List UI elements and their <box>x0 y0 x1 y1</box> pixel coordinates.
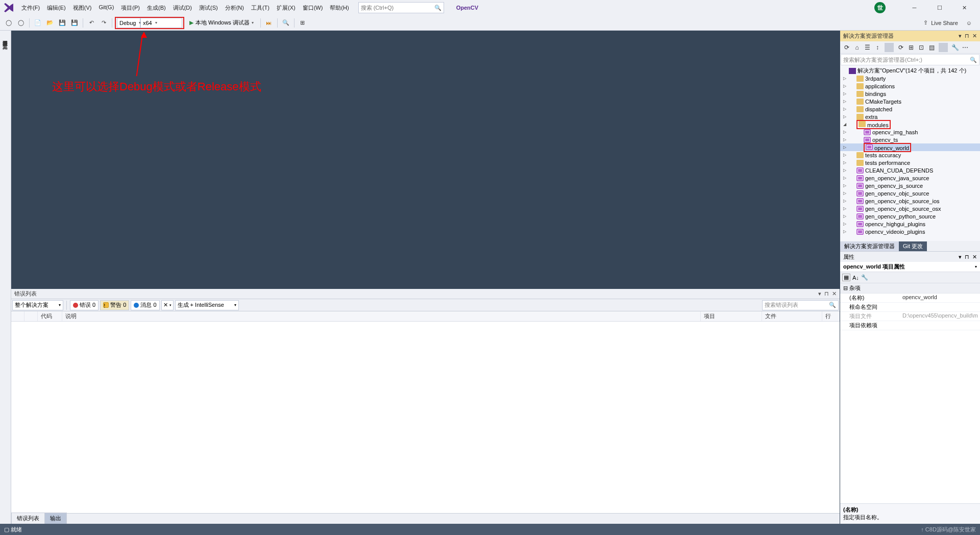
se-close-icon[interactable]: ✕ <box>972 33 977 39</box>
global-search[interactable]: 🔍 <box>358 2 444 13</box>
menu-git[interactable]: Git(G) <box>95 2 117 14</box>
tree-item[interactable]: ▷CLEAN_CUDA_DEPENDS <box>840 166 980 174</box>
col-code[interactable]: 代码 <box>38 311 62 321</box>
live-share-button[interactable]: ⇪ Live Share ☺ <box>918 19 977 26</box>
open-icon[interactable]: 📂 <box>44 17 56 29</box>
tab-solution-explorer[interactable]: 解决方案资源管理器 <box>840 241 899 251</box>
undo-icon[interactable]: ↶ <box>86 17 97 29</box>
tree-item[interactable]: ▷gen_opencv_objc_source_osx <box>840 205 980 212</box>
tree-item[interactable]: ▷gen_opencv_objc_source_ios <box>840 197 980 205</box>
prop-target[interactable]: opencv_world 项目属性▾ <box>840 262 980 272</box>
save-icon[interactable]: 💾 <box>57 17 68 29</box>
menu-analyze[interactable]: 分析(N) <box>222 2 247 14</box>
errors-filter[interactable]: 错误 0 <box>70 300 99 310</box>
warnings-filter[interactable]: !警告 0 <box>100 300 129 310</box>
wrench-icon[interactable]: 🔧 <box>950 43 960 52</box>
col-project[interactable]: 项目 <box>701 311 762 321</box>
menu-window[interactable]: 窗口(W) <box>300 2 326 14</box>
view-icon[interactable]: ▤ <box>927 43 936 52</box>
find-icon[interactable]: 🔍 <box>280 17 291 29</box>
step-icon[interactable]: ⏭ <box>263 17 275 29</box>
menu-view[interactable]: 视图(V) <box>70 2 95 14</box>
home2-icon[interactable]: ⌂ <box>852 43 862 52</box>
prop-row-rootns[interactable]: 根命名空间 <box>840 303 980 312</box>
menu-edit[interactable]: 编辑(E) <box>44 2 69 14</box>
close-panel-icon[interactable]: ✕ <box>832 290 837 297</box>
pin2-icon[interactable]: ⊓ <box>824 290 829 297</box>
clear-filter[interactable]: ✕▾ <box>161 300 174 310</box>
tree-item[interactable]: ▷opencv_videoio_plugins <box>840 228 980 235</box>
tree-item[interactable]: ▷opencv_highgui_plugins <box>840 220 980 228</box>
start-debug-button[interactable]: ▶ 本地 Windows 调试器 ▾ <box>185 17 258 29</box>
messages-filter[interactable]: 消息 0 <box>131 300 159 310</box>
config-combo[interactable]: Debug▾ <box>117 18 140 28</box>
menu-tools[interactable]: 工具(T) <box>248 2 273 14</box>
se-menu-icon[interactable]: ▾ <box>959 33 962 39</box>
tree-folder[interactable]: ▷bindings <box>840 90 980 98</box>
az-icon[interactable]: A↓ <box>852 275 859 281</box>
menu-extensions[interactable]: 扩展(X) <box>274 2 299 14</box>
prop-row-deps[interactable]: 项目依赖项 <box>840 321 980 330</box>
tree-project[interactable]: ▷ opencv_img_hash <box>840 128 980 136</box>
prop-wrench-icon[interactable]: 🔧 <box>861 274 868 281</box>
tree-item[interactable]: ▷gen_opencv_objc_source <box>840 189 980 197</box>
nav-fwd-icon[interactable]: ◯ <box>15 17 27 29</box>
platform-combo[interactable]: x64▾ <box>140 18 182 28</box>
feedback-icon[interactable]: ☺ <box>966 20 972 26</box>
diag-icon[interactable]: ⊞ <box>297 17 308 29</box>
tree-folder[interactable]: ▷dispatched <box>840 105 980 113</box>
maximize-button[interactable]: ☐ <box>928 1 951 15</box>
menu-build[interactable]: 生成(B) <box>144 2 169 14</box>
categorize-icon[interactable]: ▦ <box>842 274 850 281</box>
minimize-button[interactable]: ─ <box>903 1 926 15</box>
menu-test[interactable]: 测试(S) <box>196 2 221 14</box>
col-desc[interactable]: 说明 <box>62 311 701 321</box>
tree-item[interactable]: ▷tests performance <box>840 159 980 166</box>
tree-folder[interactable]: ▷CMakeTargets <box>840 98 980 105</box>
sync-icon[interactable]: ↕ <box>873 43 882 52</box>
showall-icon[interactable]: ⊞ <box>906 43 916 52</box>
source-combo[interactable]: 生成 + IntelliSense▾ <box>175 300 239 310</box>
prop-close-icon[interactable]: ✕ <box>972 254 977 260</box>
se-search[interactable]: 搜索解决方案资源管理器(Ctrl+;)🔍 <box>841 54 979 65</box>
menu-project[interactable]: 项目(P) <box>118 2 143 14</box>
pin-icon[interactable]: ▾ <box>818 290 821 297</box>
user-avatar-icon[interactable]: 世 <box>874 2 886 13</box>
menu-debug[interactable]: 调试(D) <box>170 2 195 14</box>
tree-folder[interactable]: ▷3rdparty <box>840 75 980 82</box>
tree-modules[interactable]: ◢ modules <box>840 120 980 128</box>
scope-combo[interactable]: 整个解决方案▾ <box>12 300 63 310</box>
prop-menu-icon[interactable]: ▾ <box>959 254 962 260</box>
tab-errorlist[interactable]: 错误列表 <box>11 513 45 524</box>
tab-git-changes[interactable]: Git 更改 <box>899 241 927 251</box>
refresh-icon[interactable]: ⟳ <box>896 43 905 52</box>
server-explorer-tab[interactable]: 服务器资源管理器 <box>0 35 9 39</box>
collapse-icon[interactable]: ☰ <box>863 43 872 52</box>
menu-file[interactable]: 文件(F) <box>18 2 43 14</box>
search-input[interactable] <box>361 5 432 11</box>
se-pin-icon[interactable]: ⊓ <box>965 33 969 39</box>
tree-item[interactable]: ▷tests accuracy <box>840 151 980 159</box>
toolbox-tab[interactable]: 工具箱 <box>0 39 9 43</box>
solution-root[interactable]: 解决方案"OpenCV"(142 个项目，共 142 个) <box>840 67 980 75</box>
col-file[interactable]: 文件 <box>762 311 822 321</box>
new-project-icon[interactable]: 📄 <box>32 17 43 29</box>
save-all-icon[interactable]: 💾 <box>69 17 80 29</box>
tree-project[interactable]: ▷ opencv_world <box>840 143 980 151</box>
tab-output[interactable]: 输出 <box>44 513 67 524</box>
error-search[interactable]: 搜索错误列表🔍 <box>762 300 839 310</box>
home-icon[interactable]: ⟳ <box>842 43 851 52</box>
menu-help[interactable]: 帮助(H) <box>327 2 352 14</box>
props-icon[interactable]: ⊡ <box>917 43 926 52</box>
prop-pin-icon[interactable]: ⊓ <box>965 254 969 260</box>
tree-item[interactable]: ▷gen_opencv_java_source <box>840 174 980 182</box>
close-button[interactable]: ✕ <box>953 1 976 15</box>
prop-row-projfile[interactable]: 项目文件D:\opencv455\opencv_build\m <box>840 312 980 321</box>
prop-row-name[interactable]: (名称)opencv_world <box>840 294 980 303</box>
nav-back-icon[interactable]: ◯ <box>3 17 14 29</box>
more-icon[interactable]: ⋯ <box>961 43 970 52</box>
redo-icon[interactable]: ↷ <box>98 17 109 29</box>
tree-item[interactable]: ▷gen_opencv_js_source <box>840 182 980 189</box>
col-line[interactable]: 行 <box>822 311 840 321</box>
tree-folder[interactable]: ▷applications <box>840 82 980 90</box>
